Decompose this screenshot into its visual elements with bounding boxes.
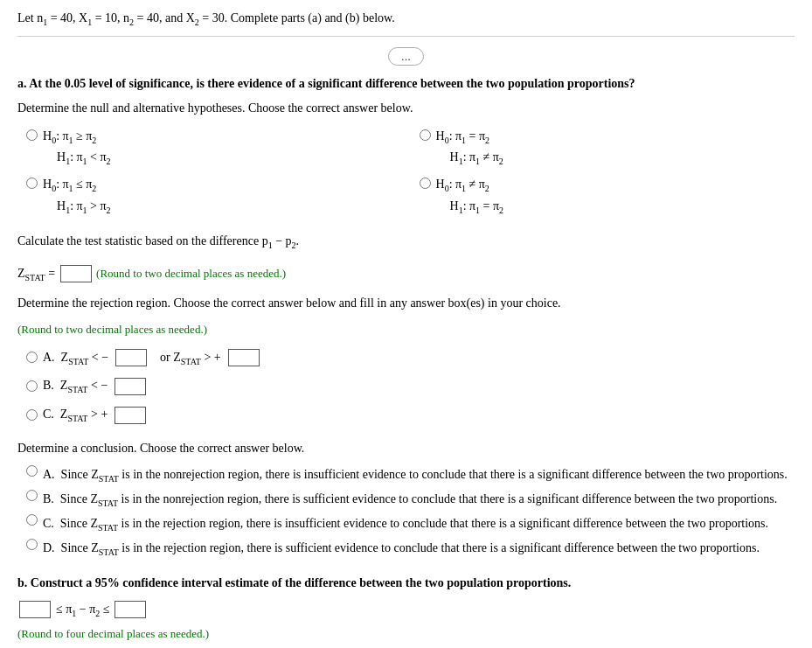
hypothesis-option-a: H0: π1 ≥ π2 H1: π1 < π2 — [26, 126, 402, 170]
conclusion-option-b: B. Since ZSTAT is in the nonrejection re… — [26, 490, 795, 511]
conclusion-option-d: D. Since ZSTAT is in the rejection regio… — [26, 539, 795, 560]
rejection-a-or: or ZSTAT > + — [154, 346, 221, 370]
ci-note: (Round to four decimal places as needed.… — [17, 627, 795, 641]
hypothesis-radio-b[interactable] — [420, 129, 431, 141]
hypothesis-option-b-content: H0: π1 = π2 H1: π1 ≠ π2 — [436, 126, 503, 170]
conclusion-option-c: C. Since ZSTAT is in the rejection regio… — [26, 514, 795, 535]
conclusion-c-text: C. Since ZSTAT is in the rejection regio… — [43, 514, 768, 535]
conclusion-option-a: A. Since ZSTAT is in the nonrejection re… — [26, 465, 795, 486]
hypothesis-b-h0: H0: π1 = π2 — [436, 129, 490, 143]
zstat-row: ZSTAT = (Round to two decimal places as … — [17, 262, 795, 286]
hypothesis-options: H0: π1 ≥ π2 H1: π1 < π2 H0: π1 = π2 H1: … — [26, 126, 795, 218]
rejection-b-label: B. ZSTAT < − — [43, 374, 108, 398]
hypothesis-radio-a[interactable] — [26, 129, 38, 141]
conclusion-a-text: A. Since ZSTAT is in the nonrejection re… — [43, 465, 788, 486]
rejection-option-a: A. ZSTAT < − or ZSTAT > + — [26, 346, 795, 370]
ci-leq: ≤ π1 − π2 ≤ — [56, 598, 109, 622]
rejection-c-label: C. ZSTAT > + — [43, 403, 108, 427]
conclusion-d-text: D. Since ZSTAT is in the rejection regio… — [43, 539, 760, 560]
ci-row: ≤ π1 − π2 ≤ — [17, 598, 795, 622]
rejection-a-box1[interactable] — [115, 349, 147, 366]
hypothesis-option-a-content: H0: π1 ≥ π2 H1: π1 < π2 — [43, 126, 111, 170]
rejection-radio-c[interactable] — [26, 409, 38, 421]
part-b: b. Construct a 95% confidence interval e… — [17, 574, 795, 641]
rejection-option-c: C. ZSTAT > + — [26, 403, 795, 427]
hypothesis-option-b: H0: π1 = π2 H1: π1 ≠ π2 — [420, 126, 795, 170]
rejection-a-label: A. ZSTAT < − — [43, 346, 108, 370]
hypothesis-radio-c[interactable] — [26, 178, 38, 189]
hypothesis-option-d: H0: π1 ≠ π2 H1: π1 = π2 — [420, 174, 795, 218]
divider — [17, 36, 795, 37]
rejection-radio-b[interactable] — [26, 380, 38, 392]
conclusion-radio-d[interactable] — [26, 539, 38, 550]
hypothesis-c-h1: H1: π1 > π2 — [57, 196, 111, 218]
problem-statement: Let n1 = 40, X1 = 10, n2 = 40, and X2 = … — [17, 9, 795, 29]
hypothesis-a-h0: H0: π1 ≥ π2 — [43, 129, 96, 143]
conclusion-b-text: B. Since ZSTAT is in the nonrejection re… — [43, 490, 777, 511]
rejection-b-box[interactable] — [115, 378, 146, 395]
hypothesis-option-d-content: H0: π1 ≠ π2 H1: π1 = π2 — [436, 174, 504, 218]
test-stat-row: Calculate the test statistic based on th… — [17, 230, 795, 254]
rejection-options: A. ZSTAT < − or ZSTAT > + B. ZSTAT < − C… — [26, 346, 795, 427]
rejection-option-b: B. ZSTAT < − — [26, 374, 795, 398]
zstat-input-box[interactable] — [60, 265, 92, 282]
hypothesis-option-c: H0: π1 ≤ π2 H1: π1 > π2 — [26, 174, 402, 218]
rejection-instruction: Determine the rejection region. Choose t… — [17, 294, 795, 313]
ci-lower-box[interactable] — [19, 601, 51, 618]
rejection-a-box2[interactable] — [228, 349, 260, 366]
hypothesis-d-h1: H1: π1 = π2 — [450, 196, 504, 218]
round-note-1: (Round to two decimal places as needed.) — [96, 267, 286, 280]
conclusion-instruction: Determine a conclusion. Choose the corre… — [17, 439, 795, 458]
conclusion-radio-b[interactable] — [26, 490, 38, 501]
conclusion-options: A. Since ZSTAT is in the nonrejection re… — [26, 465, 795, 559]
ci-upper-box[interactable] — [115, 601, 146, 618]
hypothesis-c-h0: H0: π1 ≤ π2 — [43, 178, 96, 191]
conclusion-radio-c[interactable] — [26, 514, 38, 526]
hypothesis-option-c-content: H0: π1 ≤ π2 H1: π1 > π2 — [43, 174, 111, 218]
rejection-c-box[interactable] — [115, 407, 146, 424]
zstat-label: ZSTAT — [17, 267, 45, 280]
hypothesis-d-h0: H0: π1 ≠ π2 — [436, 178, 489, 191]
test-stat-instruction: Calculate the test statistic based on th… — [17, 234, 299, 247]
round-note-2: (Round to two decimal places as needed.) — [17, 321, 795, 339]
hypothesis-instruction: Determine the null and alternative hypot… — [17, 99, 795, 118]
part-b-label: b. Construct a 95% confidence interval e… — [17, 574, 795, 593]
hypothesis-a-h1: H1: π1 < π2 — [57, 147, 111, 169]
zstat-equals: = — [48, 267, 58, 280]
part-a-label: a. At the 0.05 level of significance, is… — [17, 74, 795, 94]
conclusion-radio-a[interactable] — [26, 465, 38, 477]
rejection-radio-a[interactable] — [26, 352, 38, 363]
hypothesis-radio-d[interactable] — [420, 178, 431, 189]
hypothesis-b-h1: H1: π1 ≠ π2 — [450, 147, 503, 169]
expand-button[interactable]: ... — [388, 47, 424, 66]
